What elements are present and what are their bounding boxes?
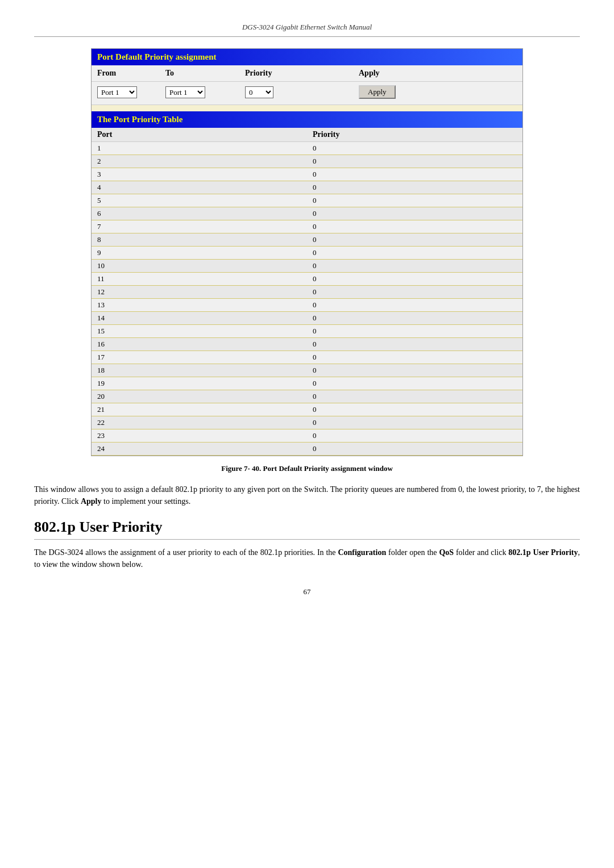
priority-select[interactable]: 0 1 2 3 4 5 6 7	[245, 86, 273, 98]
to-label: To	[165, 69, 245, 78]
page-header: DGS-3024 Gigabit Ethernet Switch Manual	[34, 23, 580, 37]
cell-priority: 0	[307, 351, 522, 364]
cell-port: 9	[92, 247, 307, 260]
cell-port: 8	[92, 233, 307, 247]
section-body-802: The DGS-3024 allows the assignment of a …	[34, 546, 580, 570]
cell-port: 3	[92, 168, 307, 181]
header-title: DGS-3024 Gigabit Ethernet Switch Manual	[242, 23, 372, 31]
table-header-label: The Port Priority Table	[97, 115, 182, 124]
table-row: 50	[92, 194, 522, 207]
cell-priority: 0	[307, 247, 522, 260]
table-row: 120	[92, 286, 522, 299]
table-row: 80	[92, 233, 522, 247]
apply-button-col: Apply	[359, 85, 396, 99]
cell-priority: 0	[307, 142, 522, 155]
cell-port: 13	[92, 299, 307, 312]
table-row: 150	[92, 325, 522, 338]
assignment-section-header: Port Default Priority assignment	[92, 49, 522, 65]
cell-priority: 0	[307, 207, 522, 220]
table-row: 40	[92, 181, 522, 194]
apply-button[interactable]: Apply	[359, 85, 396, 99]
table-row: 70	[92, 220, 522, 233]
qos-folder-emphasis: QoS	[439, 548, 454, 557]
apply-emphasis: Apply	[81, 497, 102, 506]
table-row: 20	[92, 155, 522, 168]
to-select[interactable]: Port 1 Port 2 Port 3 Port 4	[165, 86, 205, 98]
to-input-col: Port 1 Port 2 Port 3 Port 4	[165, 86, 245, 98]
cell-priority: 0	[307, 338, 522, 351]
cell-port: 12	[92, 286, 307, 299]
table-row: 30	[92, 168, 522, 181]
cell-priority: 0	[307, 299, 522, 312]
cell-port: 23	[92, 429, 307, 443]
cell-priority: 0	[307, 168, 522, 181]
cell-priority: 0	[307, 181, 522, 194]
table-header-row: Port Priority	[92, 128, 522, 142]
table-row: 60	[92, 207, 522, 220]
cell-priority: 0	[307, 273, 522, 286]
cell-port: 14	[92, 312, 307, 325]
cell-priority: 0	[307, 390, 522, 403]
page-number: 67	[34, 587, 580, 596]
cell-port: 22	[92, 416, 307, 429]
from-input-col: Port 1 Port 2 Port 3 Port 4	[97, 86, 165, 98]
table-row: 110	[92, 273, 522, 286]
table-row: 180	[92, 364, 522, 377]
table-row: 230	[92, 429, 522, 443]
table-row: 170	[92, 351, 522, 364]
cell-port: 6	[92, 207, 307, 220]
cell-port: 17	[92, 351, 307, 364]
cell-port: 1	[92, 142, 307, 155]
cell-port: 20	[92, 390, 307, 403]
cell-priority: 0	[307, 377, 522, 390]
table-row: 140	[92, 312, 522, 325]
config-folder-emphasis: Configuration	[338, 548, 386, 557]
cell-port: 5	[92, 194, 307, 207]
table-row: 130	[92, 299, 522, 312]
from-label: From	[97, 69, 165, 78]
figure-caption: Figure 7- 40. Port Default Priority assi…	[34, 464, 580, 473]
main-panel: Port Default Priority assignment From To…	[91, 48, 523, 456]
table-row: 220	[92, 416, 522, 429]
cell-port: 21	[92, 403, 307, 416]
table-row: 200	[92, 390, 522, 403]
body-text-1: This window allows you to assign a defau…	[34, 483, 580, 507]
section-heading-802: 802.1p User Priority	[34, 519, 580, 540]
col-header-priority: Priority	[307, 128, 522, 142]
form-labels-row: From To Priority Apply	[92, 65, 522, 82]
cell-priority: 0	[307, 443, 522, 456]
cell-port: 2	[92, 155, 307, 168]
priority-table-body: 1020304050607080901001101201301401501601…	[92, 142, 522, 456]
cell-priority: 0	[307, 325, 522, 338]
cell-priority: 0	[307, 260, 522, 273]
cell-port: 15	[92, 325, 307, 338]
cell-port: 4	[92, 181, 307, 194]
cell-priority: 0	[307, 220, 522, 233]
cell-priority: 0	[307, 286, 522, 299]
table-row: 160	[92, 338, 522, 351]
table-row: 90	[92, 247, 522, 260]
cell-port: 11	[92, 273, 307, 286]
table-row: 10	[92, 142, 522, 155]
form-inputs-row: Port 1 Port 2 Port 3 Port 4 Port 1 Port …	[92, 82, 522, 105]
cell-priority: 0	[307, 416, 522, 429]
cell-priority: 0	[307, 233, 522, 247]
cell-priority: 0	[307, 194, 522, 207]
cell-port: 16	[92, 338, 307, 351]
table-section-header: The Port Priority Table	[92, 111, 522, 128]
spacer-row	[92, 105, 522, 111]
priority-input-col: 0 1 2 3 4 5 6 7	[245, 86, 359, 98]
cell-priority: 0	[307, 364, 522, 377]
table-row: 240	[92, 443, 522, 456]
cell-priority: 0	[307, 155, 522, 168]
cell-port: 24	[92, 443, 307, 456]
cell-priority: 0	[307, 429, 522, 443]
assignment-header-label: Port Default Priority assignment	[97, 52, 217, 61]
cell-port: 19	[92, 377, 307, 390]
table-row: 100	[92, 260, 522, 273]
section-body-text: The DGS-3024 allows the assignment of a …	[34, 548, 580, 569]
body-text-content: This window allows you to assign a defau…	[34, 485, 580, 506]
apply-label: Apply	[359, 69, 517, 78]
from-select[interactable]: Port 1 Port 2 Port 3 Port 4	[97, 86, 137, 98]
cell-priority: 0	[307, 312, 522, 325]
